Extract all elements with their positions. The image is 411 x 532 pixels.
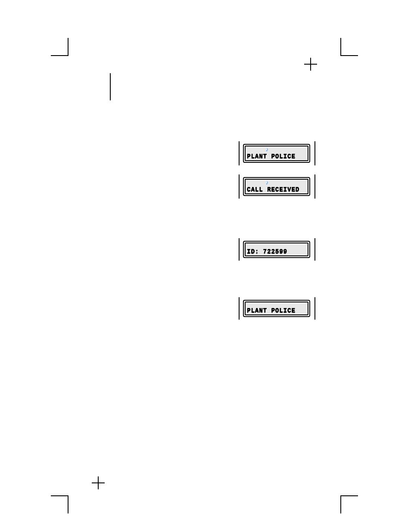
tick-mark	[314, 238, 315, 261]
crop-mark	[68, 495, 68, 513]
crop-mark	[51, 495, 68, 496]
crop-mark	[340, 38, 341, 56]
crop-mark	[340, 55, 358, 56]
lcd-text: CALL RECEIVED	[247, 186, 299, 193]
tick-mark	[314, 141, 315, 165]
registration-mark	[310, 58, 311, 71]
music-note-icon: ♪	[265, 180, 269, 186]
lcd-call-received: ♪ CALL RECEIVED	[243, 177, 310, 196]
tick-mark	[239, 238, 240, 261]
crop-mark	[340, 495, 358, 496]
crop-mark	[68, 38, 68, 56]
lcd-plant-police-2: PLANT POLICE	[243, 300, 310, 317]
music-note-icon: ♪	[265, 147, 269, 152]
lcd-text: PLANT POLICE	[247, 153, 296, 160]
crop-mark	[51, 55, 68, 56]
lcd-id-line: ID: 722599	[243, 241, 310, 258]
tick-mark	[239, 297, 240, 320]
tick-mark	[314, 174, 315, 199]
lcd-text: ID: 722599	[247, 248, 287, 255]
lcd-text: PLANT POLICE	[247, 307, 296, 314]
crop-mark	[340, 495, 341, 513]
registration-mark	[98, 476, 99, 489]
tick-mark	[314, 297, 315, 320]
tick-mark	[239, 174, 240, 199]
lcd-plant-police-1: ♪ PLANT POLICE	[243, 144, 310, 163]
tick-mark	[239, 141, 240, 165]
divider-line	[110, 73, 111, 100]
